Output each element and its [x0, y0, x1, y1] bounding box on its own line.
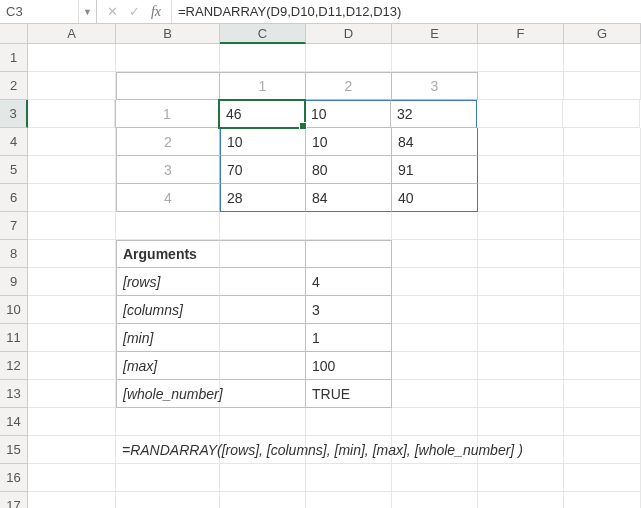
arg-label[interactable]: [columns] — [116, 296, 220, 324]
col-header-a[interactable]: A — [28, 24, 116, 43]
cell[interactable] — [220, 380, 306, 408]
cell[interactable] — [28, 44, 116, 72]
select-all-corner[interactable] — [0, 24, 28, 43]
cell[interactable]: 28 — [220, 184, 306, 212]
cell[interactable] — [28, 436, 116, 464]
name-box[interactable]: C3 — [0, 0, 78, 23]
cell[interactable] — [220, 296, 306, 324]
cell[interactable] — [563, 100, 640, 128]
cell[interactable] — [27, 100, 115, 128]
cell[interactable] — [220, 352, 306, 380]
cell[interactable] — [478, 268, 564, 296]
cell[interactable] — [28, 268, 116, 296]
cell[interactable] — [392, 268, 478, 296]
cell[interactable] — [392, 464, 478, 492]
cell[interactable] — [28, 240, 116, 268]
cell[interactable] — [220, 464, 306, 492]
col-header-b[interactable]: B — [116, 24, 220, 43]
cell[interactable] — [392, 324, 478, 352]
col-header-c[interactable]: C — [220, 24, 306, 44]
row-header[interactable]: 10 — [0, 296, 28, 324]
cell[interactable] — [564, 464, 641, 492]
table-row-header[interactable]: 4 — [116, 184, 220, 212]
cell[interactable] — [28, 128, 116, 156]
cell[interactable] — [220, 324, 306, 352]
cell[interactable] — [116, 44, 220, 72]
cell[interactable] — [478, 296, 564, 324]
cell[interactable] — [116, 72, 220, 100]
cell[interactable] — [306, 212, 392, 240]
row-header[interactable]: 12 — [0, 352, 28, 380]
cell[interactable] — [564, 44, 641, 72]
cell[interactable] — [220, 212, 306, 240]
cell[interactable] — [116, 212, 220, 240]
cell[interactable]: 10 — [305, 100, 391, 128]
cell[interactable] — [564, 212, 641, 240]
row-header[interactable]: 14 — [0, 408, 28, 436]
cell[interactable] — [306, 240, 392, 268]
table-row-header[interactable]: 1 — [115, 100, 219, 128]
cell[interactable]: 70 — [220, 156, 306, 184]
row-header[interactable]: 4 — [0, 128, 28, 156]
cell[interactable]: 10 — [220, 128, 306, 156]
cell[interactable] — [564, 296, 641, 324]
cell[interactable]: 84 — [392, 128, 478, 156]
row-header[interactable]: 3 — [0, 100, 28, 128]
cell[interactable] — [392, 212, 478, 240]
cell[interactable] — [564, 268, 641, 296]
active-cell[interactable]: 46 — [219, 100, 305, 128]
cell[interactable] — [392, 44, 478, 72]
cell[interactable]: 91 — [392, 156, 478, 184]
cell[interactable] — [564, 492, 641, 508]
name-box-dropdown-icon[interactable]: ▼ — [78, 0, 96, 23]
cell[interactable] — [28, 408, 116, 436]
table-row-header[interactable]: 2 — [116, 128, 220, 156]
cell[interactable] — [116, 408, 220, 436]
cell[interactable] — [392, 352, 478, 380]
cell[interactable] — [220, 268, 306, 296]
cell[interactable] — [564, 408, 641, 436]
cell[interactable] — [392, 240, 478, 268]
cell[interactable] — [28, 184, 116, 212]
arg-label[interactable]: [min] — [116, 324, 220, 352]
syntax-text[interactable]: =RANDARRAY([rows], [columns], [min], [ma… — [116, 436, 220, 464]
arg-value[interactable]: 4 — [306, 268, 392, 296]
cell[interactable]: 32 — [391, 100, 477, 128]
row-header[interactable]: 1 — [0, 44, 28, 72]
cell[interactable] — [220, 492, 306, 508]
arg-value[interactable]: 100 — [306, 352, 392, 380]
cell[interactable] — [478, 492, 564, 508]
row-header[interactable]: 6 — [0, 184, 28, 212]
cell[interactable] — [28, 212, 116, 240]
col-header-e[interactable]: E — [392, 24, 478, 43]
cell[interactable] — [478, 408, 564, 436]
cell[interactable] — [28, 72, 116, 100]
cell[interactable] — [564, 72, 641, 100]
row-header[interactable]: 7 — [0, 212, 28, 240]
cell[interactable] — [477, 100, 563, 128]
cell[interactable] — [478, 212, 564, 240]
cell[interactable] — [392, 492, 478, 508]
cell[interactable] — [564, 240, 641, 268]
arg-label[interactable]: [whole_number] — [116, 380, 220, 408]
cell[interactable] — [116, 492, 220, 508]
cell[interactable] — [306, 464, 392, 492]
cell[interactable] — [28, 324, 116, 352]
cell[interactable] — [564, 352, 641, 380]
row-header[interactable]: 9 — [0, 268, 28, 296]
cell[interactable] — [478, 156, 564, 184]
cell[interactable] — [478, 324, 564, 352]
cell[interactable] — [28, 296, 116, 324]
fx-icon[interactable]: fx — [145, 0, 167, 23]
arg-value[interactable]: TRUE — [306, 380, 392, 408]
cell[interactable] — [220, 44, 306, 72]
row-header[interactable]: 2 — [0, 72, 28, 100]
cell[interactable] — [478, 184, 564, 212]
cell[interactable] — [306, 408, 392, 436]
table-row-header[interactable]: 3 — [116, 156, 220, 184]
row-header[interactable]: 17 — [0, 492, 28, 508]
cell[interactable] — [392, 296, 478, 324]
cell[interactable] — [478, 464, 564, 492]
cell[interactable] — [564, 436, 641, 464]
row-header[interactable]: 5 — [0, 156, 28, 184]
